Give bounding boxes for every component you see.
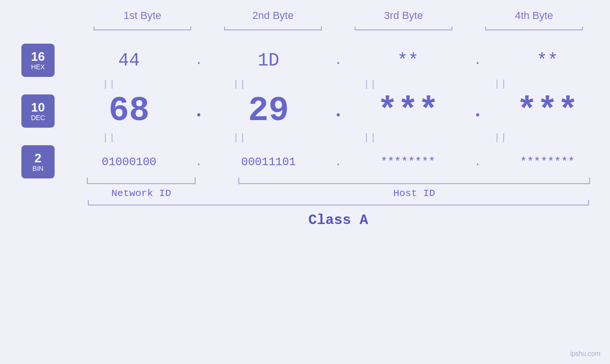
class-label-row: Class A — [308, 212, 368, 228]
bracket3-line — [355, 29, 452, 30]
hex-val-3: ** — [397, 50, 419, 71]
bin-cells: 01000100 . 00011101 . ******** . *******… — [66, 156, 610, 168]
byte3-header: 3rd Byte — [338, 9, 469, 22]
hex-label: 16 HEX — [9, 44, 66, 77]
equals-3: || — [305, 79, 436, 90]
class-section: Class A — [77, 205, 600, 228]
equals-6: || — [175, 132, 305, 143]
bin-cell-4: ******** — [485, 156, 610, 168]
hex-dot-2: . — [331, 52, 346, 68]
bracket-row — [77, 26, 600, 34]
bin-val-3: ******** — [381, 156, 435, 168]
watermark: ipshu.com — [570, 350, 601, 357]
equals-8: || — [436, 132, 566, 143]
hex-label-box: 16 HEX — [21, 44, 55, 77]
main-container: 1st Byte 2nd Byte 3rd Byte 4th Byte 16 H… — [0, 0, 610, 364]
class-label: Class A — [308, 212, 368, 228]
hex-cell-1: 44 — [66, 50, 192, 71]
bin-label-base: BIN — [32, 165, 43, 172]
hex-cell-4: ** — [485, 50, 610, 71]
bin-label-box: 2 BIN — [21, 145, 55, 178]
equals-7: || — [305, 132, 436, 143]
bin-dot-2: . — [331, 156, 346, 168]
bin-dot-1: . — [192, 156, 206, 168]
host-id-label: Host ID — [393, 188, 435, 199]
bin-cell-3: ******** — [346, 156, 471, 168]
dec-cell-2: 29 — [206, 92, 331, 131]
dec-label: 10 DEC — [9, 94, 66, 128]
bin-row: 2 BIN 01000100 . 00011101 . ******** . *… — [0, 145, 610, 178]
equals-row-2: || || || || — [44, 132, 566, 143]
bin-val-4: ******** — [520, 156, 575, 168]
hex-cell-2: 1D — [206, 50, 331, 71]
spacer — [206, 183, 229, 199]
bottom-brackets-section: Network ID Host ID Class A — [0, 183, 610, 228]
dec-val-1: 68 — [109, 92, 150, 131]
dec-val-3: *** — [377, 92, 439, 131]
hex-val-1: 44 — [118, 50, 140, 71]
dec-cell-3: *** — [346, 92, 471, 131]
dec-dot-1: . — [192, 101, 206, 122]
bracket1 — [77, 26, 208, 34]
host-bracket-line — [238, 183, 590, 184]
bracket4-line — [485, 29, 583, 30]
hex-dot-1: . — [192, 52, 206, 68]
network-id-label: Network ID — [111, 188, 171, 199]
equals-2: || — [175, 79, 305, 90]
network-bracket-line — [87, 183, 196, 184]
dec-label-base: DEC — [31, 114, 45, 121]
bin-label-num: 2 — [35, 151, 41, 165]
hex-val-4: ** — [536, 50, 558, 71]
dec-label-box: 10 DEC — [21, 94, 55, 128]
hex-cell-3: ** — [346, 50, 471, 71]
bracket4 — [469, 26, 600, 34]
network-id-bracket: Network ID — [77, 183, 206, 199]
bracket2 — [208, 26, 338, 34]
bracket2-line — [224, 29, 322, 30]
class-bracket-line — [88, 205, 589, 205]
bin-cell-2: 00011101 — [206, 156, 331, 168]
bin-val-1: 01000100 — [102, 156, 156, 168]
hex-row: 16 HEX 44 . 1D . ** . ** — [0, 44, 610, 77]
dec-cell-1: 68 — [66, 92, 192, 131]
hex-val-2: 1D — [258, 50, 280, 71]
hex-dot-3: . — [470, 52, 485, 68]
equals-1: || — [44, 79, 175, 90]
byte-headers-row: 1st Byte 2nd Byte 3rd Byte 4th Byte — [77, 9, 600, 22]
bracket1-line — [94, 29, 191, 30]
equals-5: || — [44, 132, 175, 143]
equals-row-1: || || || || — [44, 79, 566, 90]
dec-dot-2: . — [331, 101, 346, 122]
equals-4: || — [436, 79, 566, 90]
hex-cells: 44 . 1D . ** . ** — [66, 50, 610, 71]
dec-cell-4: *** — [485, 92, 610, 131]
host-id-bracket: Host ID — [229, 183, 600, 199]
byte1-header: 1st Byte — [77, 9, 208, 22]
bin-val-2: 00011101 — [241, 156, 296, 168]
bin-cell-1: 01000100 — [66, 156, 192, 168]
dec-label-num: 10 — [31, 101, 45, 114]
bracket-labels-row: Network ID Host ID — [77, 183, 600, 199]
hex-label-num: 16 — [31, 50, 45, 64]
dec-val-4: *** — [516, 92, 578, 131]
hex-label-base: HEX — [31, 63, 45, 71]
bin-label: 2 BIN — [9, 145, 66, 178]
dec-row: 10 DEC 68 . 29 . *** . *** — [0, 92, 610, 131]
bracket3 — [338, 26, 469, 34]
byte4-header: 4th Byte — [469, 9, 600, 22]
dec-val-2: 29 — [248, 92, 289, 131]
byte2-header: 2nd Byte — [208, 9, 338, 22]
dec-cells: 68 . 29 . *** . *** — [66, 92, 610, 131]
bin-dot-3: . — [470, 156, 485, 168]
dec-dot-3: . — [470, 101, 485, 122]
